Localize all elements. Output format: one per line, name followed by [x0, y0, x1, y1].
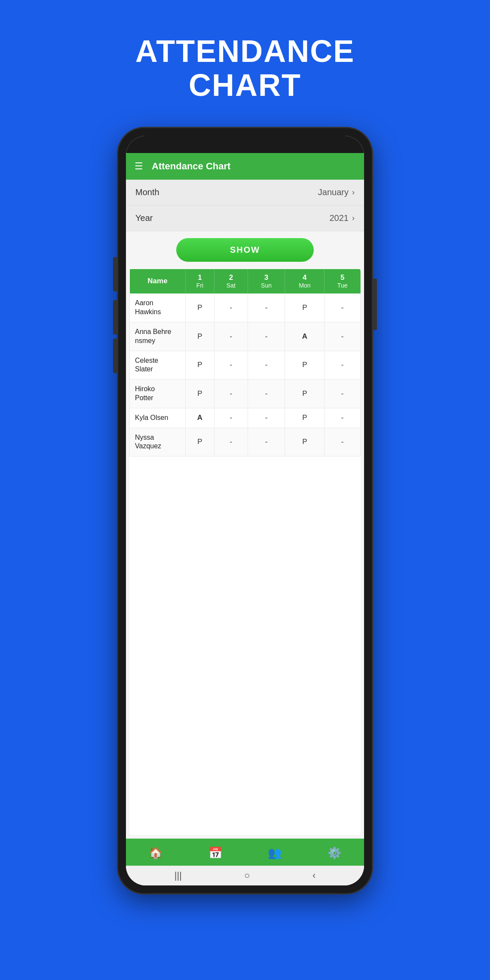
table-row: CelesteSlaterP--P- — [130, 351, 361, 380]
attendance-cell-5-2: - — [248, 428, 285, 456]
app-header-title: Attendance Chart — [152, 161, 230, 172]
attendance-cell-3-1: - — [214, 380, 248, 408]
attendance-cell-5-0: P — [186, 428, 214, 456]
attendance-cell-4-3: P — [285, 408, 325, 428]
attendance-cell-5-1: - — [214, 428, 248, 456]
page-title: ATTENDANCE CHART — [135, 34, 355, 102]
attendance-cell-5-4: - — [325, 428, 361, 456]
attendance-table: Name 1 Fri 2 Sat — [129, 269, 361, 456]
attendance-cell-1-4: - — [325, 322, 361, 351]
attendance-cell-0-0: P — [186, 294, 214, 322]
student-name-cell: NyssaVazquez — [130, 428, 186, 456]
attendance-cell-1-0: P — [186, 322, 214, 351]
android-nav-bar: ||| ○ ‹ — [126, 866, 364, 885]
nav-home[interactable]: 🏠 — [142, 844, 169, 862]
attendance-cell-2-4: - — [325, 351, 361, 380]
attendance-cell-4-0: A — [186, 408, 214, 428]
attendance-cell-0-1: - — [214, 294, 248, 322]
nav-attendance[interactable]: 📅 — [202, 844, 229, 862]
year-chevron-icon: › — [352, 214, 355, 223]
app-header: ☰ Attendance Chart — [126, 153, 364, 180]
table-row: Kyla OlsenA--P- — [130, 408, 361, 428]
month-selector-row[interactable]: Month January › — [126, 180, 364, 205]
attendance-cell-0-2: - — [248, 294, 285, 322]
month-value[interactable]: January › — [318, 187, 355, 197]
attendance-cell-5-3: P — [285, 428, 325, 456]
nav-students[interactable]: 👥 — [261, 844, 288, 862]
attendance-cell-2-2: - — [248, 351, 285, 380]
attendance-cell-4-1: - — [214, 408, 248, 428]
people-icon: 👥 — [268, 846, 282, 860]
table-row: AaronHawkinsP--P- — [130, 294, 361, 322]
notch — [213, 140, 277, 153]
year-selector-row[interactable]: Year 2021 › — [126, 205, 364, 231]
phone-device: ☰ Attendance Chart Month January › Year … — [118, 128, 372, 893]
attendance-cell-2-3: P — [285, 351, 325, 380]
attendance-cell-4-2: - — [248, 408, 285, 428]
attendance-table-container: Name 1 Fri 2 Sat — [129, 269, 361, 835]
student-name-cell: HirokoPotter — [130, 380, 186, 408]
attendance-cell-1-2: - — [248, 322, 285, 351]
attendance-cell-2-0: P — [186, 351, 214, 380]
attendance-cell-0-4: - — [325, 294, 361, 322]
table-header-day-2: 2 Sat — [214, 269, 248, 294]
attendance-cell-3-0: P — [186, 380, 214, 408]
student-name-cell: Kyla Olsen — [130, 408, 186, 428]
attendance-cell-1-1: - — [214, 322, 248, 351]
table-header-day-5: 5 Tue — [325, 269, 361, 294]
notch-bar — [126, 136, 364, 153]
home-icon: 🏠 — [149, 846, 162, 860]
attendance-cell-3-2: - — [248, 380, 285, 408]
hamburger-icon[interactable]: ☰ — [135, 161, 143, 172]
attendance-cell-2-1: - — [214, 351, 248, 380]
calendar-check-icon: 📅 — [208, 846, 222, 860]
year-value[interactable]: 2021 › — [330, 213, 355, 223]
show-button-container: SHOW — [126, 231, 364, 269]
student-name-cell: Anna Behrensmey — [130, 322, 186, 351]
table-header-day-4: 4 Mon — [285, 269, 325, 294]
android-recent-button[interactable]: ||| — [175, 870, 182, 881]
table-header-day-3: 3 Sun — [248, 269, 285, 294]
attendance-cell-1-3: A — [285, 322, 325, 351]
phone-screen: ☰ Attendance Chart Month January › Year … — [126, 136, 364, 885]
student-name-cell: CelesteSlater — [130, 351, 186, 380]
show-button[interactable]: SHOW — [176, 238, 314, 262]
attendance-cell-3-4: - — [325, 380, 361, 408]
android-back-button[interactable]: ‹ — [312, 870, 315, 881]
table-header-name: Name — [130, 269, 186, 294]
android-home-button[interactable]: ○ — [244, 870, 250, 881]
table-header-row: Name 1 Fri 2 Sat — [130, 269, 361, 294]
attendance-cell-0-3: P — [285, 294, 325, 322]
nav-settings[interactable]: ⚙️ — [321, 844, 348, 862]
month-chevron-icon: › — [352, 188, 355, 197]
bottom-nav: 🏠 📅 👥 ⚙️ — [126, 839, 364, 866]
attendance-cell-3-3: P — [285, 380, 325, 408]
year-label: Year — [135, 213, 153, 223]
app-content: Month January › Year 2021 › SHOW — [126, 180, 364, 839]
table-header-day-1: 1 Fri — [186, 269, 214, 294]
gear-icon: ⚙️ — [328, 846, 341, 860]
month-label: Month — [135, 187, 159, 197]
attendance-cell-4-4: - — [325, 408, 361, 428]
table-row: HirokoPotterP--P- — [130, 380, 361, 408]
table-row: NyssaVazquezP--P- — [130, 428, 361, 456]
student-name-cell: AaronHawkins — [130, 294, 186, 322]
table-row: Anna BehrensmeyP--A- — [130, 322, 361, 351]
